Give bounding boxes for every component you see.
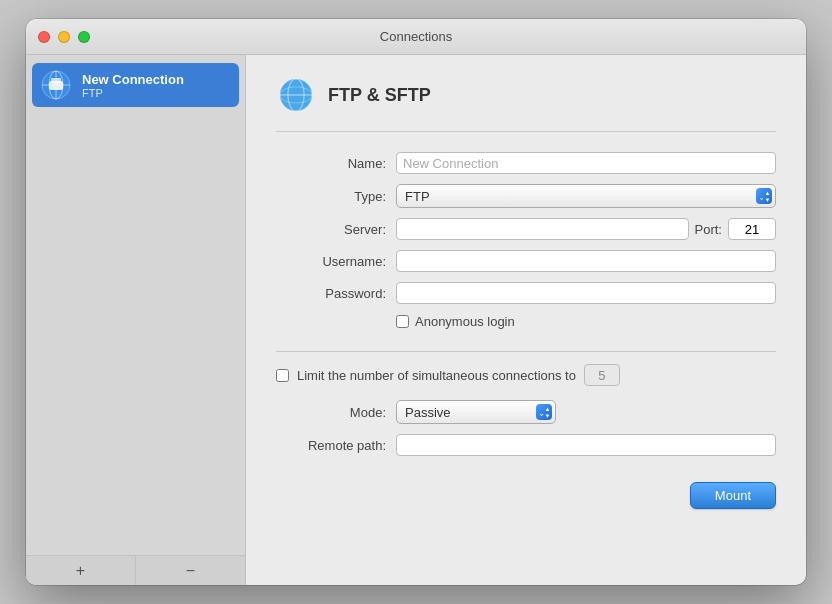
ftp-panel-icon [278,77,314,113]
remote-path-label: Remote path: [276,438,386,453]
remote-path-input[interactable] [396,434,776,456]
remote-path-row: Remote path: [276,434,776,456]
type-select-wrap: FTP SFTP FTPS [396,184,776,208]
mode-select[interactable]: Passive Active [396,400,556,424]
traffic-lights [38,31,90,43]
window-title: Connections [380,29,452,44]
connections-window: Connections [26,19,806,585]
name-input[interactable] [396,152,776,174]
password-row: Password: [276,282,776,304]
server-input[interactable] [396,218,689,240]
sidebar-item-text: New Connection FTP [82,72,184,99]
add-connection-button[interactable]: + [26,556,136,585]
name-label: Name: [276,156,386,171]
panel-header: FTP & SFTP [276,75,776,132]
type-select[interactable]: FTP SFTP FTPS [396,184,776,208]
username-row: Username: [276,250,776,272]
globe-small-icon [41,70,71,100]
limit-connections-label[interactable]: Limit the number of simultaneous connect… [297,368,576,383]
sidebar-item-name: New Connection [82,72,184,87]
mode-row: Mode: Passive Active [276,400,776,424]
sidebar: New Connection FTP + − [26,55,246,585]
panel-title: FTP & SFTP [328,85,431,106]
mode-label: Mode: [276,405,386,420]
password-label: Password: [276,286,386,301]
server-label: Server: [276,222,386,237]
username-label: Username: [276,254,386,269]
connection-icon [40,69,72,101]
main-panel: FTP & SFTP Name: Type: FTP SFTP FTPS [246,55,806,585]
sidebar-item-new-connection[interactable]: New Connection FTP [32,63,239,107]
panel-icon [276,75,316,115]
sidebar-list: New Connection FTP [26,55,245,555]
server-port-inputs: Port: 21 [396,218,776,240]
type-label: Type: [276,189,386,204]
anonymous-row: Anonymous login [396,314,776,329]
svg-rect-6 [51,78,61,83]
limit-number-input[interactable]: 5 [584,364,620,386]
username-input[interactable] [396,250,776,272]
type-row: Type: FTP SFTP FTPS [276,184,776,208]
bottom-row: Mount [276,482,776,509]
close-button[interactable] [38,31,50,43]
mount-button[interactable]: Mount [690,482,776,509]
port-input[interactable]: 21 [728,218,776,240]
name-row: Name: [276,152,776,174]
main-content: New Connection FTP + − [26,55,806,585]
titlebar: Connections [26,19,806,55]
anonymous-checkbox[interactable] [396,315,409,328]
minimize-button[interactable] [58,31,70,43]
server-port-row: Server: Port: 21 [276,218,776,240]
anonymous-label[interactable]: Anonymous login [415,314,515,329]
mode-select-wrap: Passive Active [396,400,556,424]
divider-1 [276,351,776,352]
password-input[interactable] [396,282,776,304]
remove-connection-button[interactable]: − [136,556,245,585]
limit-connections-row: Limit the number of simultaneous connect… [276,364,776,386]
sidebar-footer: + − [26,555,245,585]
limit-connections-checkbox[interactable] [276,369,289,382]
port-label: Port: [695,222,722,237]
sidebar-item-subtitle: FTP [82,87,184,99]
maximize-button[interactable] [78,31,90,43]
